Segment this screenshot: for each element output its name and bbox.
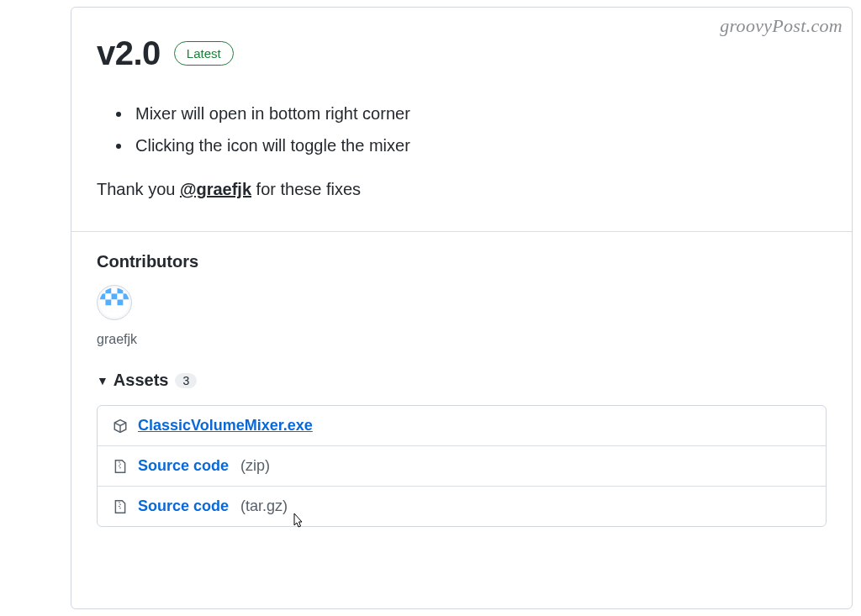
release-panel: v2.0 Latest Mixer will open in bottom ri… bbox=[71, 7, 853, 609]
asset-link[interactable]: Source code bbox=[138, 457, 229, 475]
asset-link[interactable]: Source code bbox=[138, 498, 229, 515]
asset-row: Source code (zip) bbox=[98, 445, 826, 486]
mention-link[interactable]: @graefjk bbox=[180, 180, 251, 198]
release-header: v2.0 Latest Mixer will open in bottom ri… bbox=[71, 8, 852, 231]
latest-badge: Latest bbox=[174, 41, 234, 66]
triangle-down-icon: ▼ bbox=[97, 374, 108, 387]
assets-heading: Assets bbox=[114, 371, 169, 390]
asset-row: Source code (tar.gz) bbox=[98, 486, 826, 526]
asset-list: ClassicVolumeMixer.exe Source code (zip) bbox=[97, 405, 827, 527]
asset-row: ClassicVolumeMixer.exe bbox=[98, 406, 826, 445]
zip-icon bbox=[113, 499, 128, 514]
zip-icon bbox=[113, 459, 128, 474]
asset-suffix: (tar.gz) bbox=[240, 498, 288, 515]
asset-suffix: (zip) bbox=[240, 457, 270, 475]
changelog-item: Clicking the icon will toggle the mixer bbox=[132, 129, 827, 161]
thanks-prefix: Thank you bbox=[97, 180, 180, 198]
changelog-list: Mixer will open in bottom right corner C… bbox=[97, 97, 827, 161]
contributors-section: Contributors graefjk ▼ Assets 3 bbox=[71, 232, 852, 535]
contributors-heading: Contributors bbox=[97, 252, 827, 271]
assets-count-badge: 3 bbox=[175, 373, 197, 388]
contributor-avatar[interactable] bbox=[97, 285, 132, 320]
thanks-suffix: for these fixes bbox=[251, 180, 361, 198]
asset-link[interactable]: ClassicVolumeMixer.exe bbox=[138, 417, 313, 434]
package-icon bbox=[113, 419, 128, 434]
release-title: v2.0 bbox=[97, 34, 161, 72]
assets-toggle[interactable]: ▼ Assets 3 bbox=[97, 371, 827, 390]
thanks-line: Thank you @graefjk for these fixes bbox=[97, 180, 827, 199]
contributor-name: graefjk bbox=[97, 332, 827, 347]
changelog-item: Mixer will open in bottom right corner bbox=[132, 97, 827, 129]
